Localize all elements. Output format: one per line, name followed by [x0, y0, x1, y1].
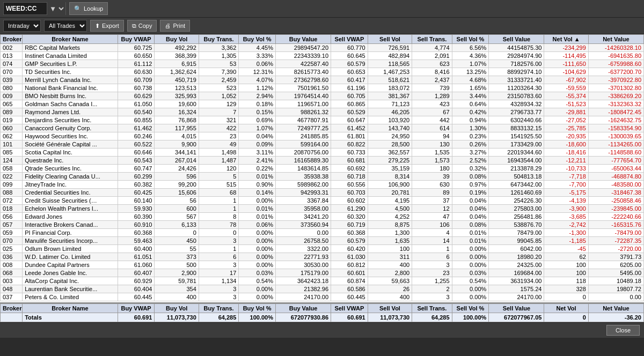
table-cell: 5: [199, 173, 238, 181]
table-cell: 0.26%: [452, 140, 489, 149]
symbol-dropdown[interactable]: ▼: [47, 2, 65, 15]
lookup-button[interactable]: 🔍 Lookup: [69, 2, 108, 15]
table-cell: 0.04%: [239, 132, 276, 140]
table-row[interactable]: 068Leede Jones Gable Inc.60.4072,900170.…: [1, 269, 644, 277]
footer-header-buy-trans: Buy Trans.: [199, 304, 238, 313]
table-cell: -25,785: [544, 124, 588, 132]
table-cell: 596: [155, 173, 199, 181]
table-row[interactable]: 025Odlum Brown Limited60.4005510.00%3322…: [1, 245, 644, 253]
table-row[interactable]: 019Desjardins Securities Inc.60.85576,86…: [1, 116, 644, 124]
table-cell: 0.01%: [452, 237, 489, 245]
table-cell: 120: [199, 165, 238, 173]
table-cell: -104,629: [544, 68, 588, 76]
table-row[interactable]: 009BMO Nesbitt Burns Inc.60.629325,9931,…: [1, 92, 644, 100]
table-cell: 37: [412, 197, 452, 205]
table-cell: 61.112: [118, 60, 155, 68]
table-cell: 22343339.10: [275, 52, 331, 60]
trade-type-select[interactable]: All Trades: [44, 20, 87, 32]
copy-button[interactable]: ⧉ Copy: [127, 20, 157, 32]
table-cell: 1.07%: [239, 124, 276, 132]
table-cell: 056: [1, 213, 23, 221]
table-row[interactable]: 062Haywood Securities Inc.60.2464,015230…: [1, 132, 644, 140]
footer-cell: 0: [544, 313, 588, 322]
table-cell: 100: [368, 245, 412, 253]
table-cell: 60.522: [118, 140, 155, 149]
close-button[interactable]: Close: [606, 325, 640, 336]
table-row[interactable]: 085Scotia Capital Inc.60.646344,1411,498…: [1, 149, 644, 157]
table-cell: 4,774: [412, 44, 452, 52]
table-row[interactable]: 074GMP Securities L.P.61.1126,915530.06%…: [1, 60, 644, 68]
table-cell: 009: [1, 92, 23, 100]
table-cell: 0.97%: [452, 181, 489, 189]
table-cell: 0: [155, 229, 199, 237]
table-cell: 60.404: [118, 285, 155, 293]
table-row[interactable]: 018Echelon Wealth Partners I...59.930600…: [1, 205, 644, 213]
table-header-row: Broker ID Broker Name Buy VWAP Buy Vol B…: [1, 35, 644, 44]
table-row[interactable]: 088Credential Securities Inc.60.42515,60…: [1, 189, 644, 197]
table-cell: 065: [1, 100, 23, 108]
table-cell: 31333721.40: [489, 76, 544, 84]
table-row[interactable]: 002RBC Capital Markets60.725492,2923,362…: [1, 44, 644, 52]
period-select[interactable]: Intraday: [3, 20, 41, 32]
footer-cell: 11,073,730: [368, 313, 412, 322]
table-cell: 3322.00: [275, 245, 331, 253]
table-row[interactable]: 008Dundee Capital Partners61.06050030.00…: [1, 261, 644, 269]
table-row[interactable]: 060Canaccord Genuity Corp.61.462117,9554…: [1, 124, 644, 132]
export-button[interactable]: ⬆ Export: [90, 20, 124, 32]
table-cell: 6473442.00: [489, 181, 544, 189]
table-cell: Dundee Capital Partners: [23, 261, 118, 269]
table-row[interactable]: 003AltaCorp Capital Inc.60.92959,7811,13…: [1, 277, 644, 285]
table-row[interactable]: 057Interactive Brokers Canad...60.9106,1…: [1, 221, 644, 229]
table-cell: 60.425: [118, 189, 155, 197]
table-cell: 26758.50: [275, 237, 331, 245]
table-cell: -234,299: [544, 44, 588, 52]
table-container[interactable]: Broker ID Broker Name Buy VWAP Buy Vol B…: [0, 34, 644, 302]
table-row[interactable]: 037Peters & Co. Limited60.44540030.00%24…: [1, 293, 644, 301]
table-cell: 019: [1, 116, 23, 124]
table-row[interactable]: 013Instinet Canada Limited60.650368,3991…: [1, 52, 644, 60]
table-cell: Questrade Inc.: [23, 157, 118, 165]
table-row[interactable]: 070TD Securities Inc.60.6301,362,6247,39…: [1, 68, 644, 76]
table-cell: 60.719: [331, 221, 368, 229]
table-cell: 76,868: [155, 116, 199, 124]
table-cell: -29,881: [544, 108, 588, 116]
table-row[interactable]: 058Qtrade Securities Inc.60.74724,426120…: [1, 165, 644, 173]
table-row[interactable]: 036W.D. Latimer Co. Limited61.05137360.0…: [1, 253, 644, 261]
table-cell: 6,915: [155, 60, 199, 68]
table-cell: 60.602: [331, 197, 368, 205]
table-row[interactable]: 048Laurentian Bank Securitie...60.404354…: [1, 285, 644, 293]
table-cell: 254226.30: [489, 197, 544, 205]
table-row[interactable]: 072Credit Suisse Securities (…60.1405610…: [1, 197, 644, 205]
table-cell: 0.14%: [239, 189, 276, 197]
table-cell: 3.27%: [452, 149, 489, 157]
table-row[interactable]: 089Raymond James Ltd.60.54016,32470.15%9…: [1, 108, 644, 116]
header-net-vol[interactable]: Net Vol ▲: [544, 35, 588, 44]
table-cell: 0.06%: [239, 221, 276, 229]
table-row[interactable]: 099JitneyTrade Inc.60.38299,2005150.90%5…: [1, 181, 644, 189]
header-buy-vol: Buy Vol: [155, 35, 199, 44]
table-cell: 59.463: [118, 237, 155, 245]
table-cell: 10489.18: [588, 277, 643, 285]
table-row[interactable]: 101Société Générale Capital ...60.5229,9…: [1, 140, 644, 149]
table-cell: 118: [544, 277, 588, 285]
table-row[interactable]: 056Edward Jones60.39056780.01%34241.2060…: [1, 213, 644, 221]
table-cell: 61.452: [331, 124, 368, 132]
table-cell: 59,781: [155, 277, 199, 285]
table-row[interactable]: 039Merrill Lynch Canada Inc.60.709450,71…: [1, 76, 644, 84]
footer-cell: 11,073,730: [155, 313, 199, 322]
table-cell: 60.874: [331, 277, 368, 285]
table-row[interactable]: 022Fidelity Clearing Canada U...60.29959…: [1, 173, 644, 181]
table-cell: 62: [544, 253, 588, 261]
table-cell: 1,255: [412, 277, 452, 285]
table-row[interactable]: 065Goldman Sachs Canada I...61.05019,600…: [1, 100, 644, 108]
table-cell: 101: [1, 140, 23, 149]
table-cell: 60.382: [118, 181, 155, 189]
print-button[interactable]: 🖨 Print: [160, 20, 190, 32]
symbol-input[interactable]: [4, 5, 47, 12]
table-row[interactable]: 124Questrade Inc.60.543267,0141,4872.41%…: [1, 157, 644, 165]
table-row[interactable]: 070Manulife Securities Incorp...59.46345…: [1, 237, 644, 245]
table-cell: 94: [412, 132, 452, 140]
table-row[interactable]: 059PI Financial Corp.60.368000.00%0.0060…: [1, 229, 644, 237]
table-row[interactable]: 080National Bank Financial Inc.60.738123…: [1, 84, 644, 92]
table-cell: 6042.00: [489, 245, 544, 253]
